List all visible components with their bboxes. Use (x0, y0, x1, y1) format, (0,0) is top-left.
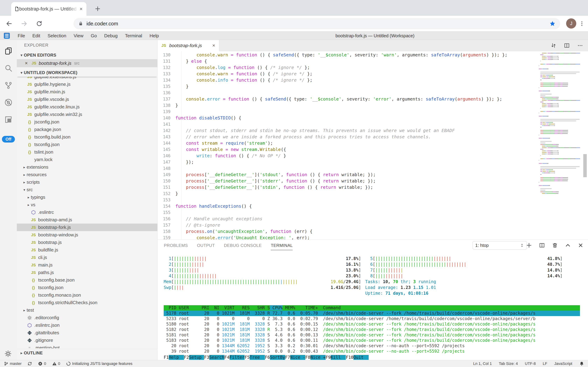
editor-tab[interactable]: JS bootstrap-fork.js × (157, 40, 219, 51)
process-row-5181[interactable]: 5181 root 20 0 1021M 181M 3328 S 4.6 0.6… (164, 332, 580, 338)
tree-item-.eslintrc.json[interactable]: .eslintrc.json (17, 321, 157, 329)
process-row-5183[interactable]: 5183 root 20 0 1021M 181M 3328 S 4.0 0.6… (164, 338, 580, 343)
close-icon[interactable]: × (25, 60, 28, 66)
menu-view[interactable]: View (70, 32, 87, 40)
menu-edit[interactable]: Edit (29, 32, 44, 40)
tree-item-bootstrap-window.js[interactable]: JSbootstrap-window.js (17, 231, 157, 239)
tree-item-package.json[interactable]: {}package.json (17, 126, 157, 133)
url-text[interactable]: ide.coder.com (86, 21, 549, 27)
status-ln-1-col-1[interactable]: Ln 1, Col 1 (473, 361, 492, 366)
activity-extensions[interactable] (0, 111, 17, 128)
htop-table-header[interactable]: PID USER PRI NI VIRT RES SHR S CPU% MEM%… (164, 305, 580, 311)
menu-file[interactable]: File (14, 32, 29, 40)
more-icon[interactable] (577, 42, 583, 49)
tree-item-tslint.json[interactable]: {}tslint.json (17, 148, 157, 156)
activity-debug-disabled[interactable] (0, 94, 17, 111)
tree-item-src[interactable]: ▾src (17, 186, 157, 193)
tree-item-buildfile.js[interactable]: JSbuildfile.js (17, 246, 157, 254)
tree-item-.mention-bot[interactable]: ≡.mention-bot (17, 344, 157, 348)
back-button[interactable] (5, 20, 13, 27)
process-row-5182[interactable]: 5182 root 20 0 1021M 181M 3328 R 5.3 0.6… (164, 327, 580, 332)
tree-item-jsconfig.json[interactable]: {}jsconfig.json (17, 118, 157, 126)
tree-item-scripts[interactable]: ▸scripts (17, 178, 157, 186)
tree-item-.editorconfig[interactable]: .editorconfig (17, 314, 157, 321)
split-icon[interactable] (564, 42, 570, 49)
process-row-20[interactable]: 20 root 20 0 1344M 62052 1952 S 3.3 0.2 … (164, 343, 580, 349)
status-0[interactable]: 0 (38, 361, 46, 366)
browser-tab[interactable]: bootstrap-fork.js — Untitled (W × (11, 2, 86, 16)
workspace-header[interactable]: ▾ UNTITLED (WORKSPACE) (17, 69, 157, 77)
process-row-5180[interactable]: 5180 root 20 0 1021M 181M 3328 S 7.3 0.6… (164, 321, 580, 327)
menu-terminal[interactable]: Terminal (121, 32, 146, 40)
tree-item-gulpfile.mixin.js[interactable]: JSgulpfile.mixin.js (17, 88, 157, 96)
status-sync-icon[interactable] (27, 361, 32, 366)
status-utf-8[interactable]: UTF-8 (525, 361, 536, 366)
tree-item-bootstrap-fork.js[interactable]: JSbootstrap-fork.js (17, 224, 157, 231)
process-row-5233[interactable]: 5233 root 20 0 0 0 0 Z 36.3 0.0 0:02.79 … (164, 316, 580, 321)
tree-item-extensions[interactable]: ▸extensions (17, 163, 157, 171)
editor-scrollbar[interactable] (583, 154, 587, 177)
tree-item-gulpfile.extensions.js[interactable]: JSgulpfile.extensions.js (17, 77, 157, 81)
tree-item-gulpfile.vscode.js[interactable]: JSgulpfile.vscode.js (17, 96, 157, 103)
tree-item-.gitattributes[interactable]: .gitattributes (17, 329, 157, 336)
tree-item-resources[interactable]: ▸resources (17, 171, 157, 178)
status-master[interactable]: master (4, 361, 22, 366)
tree-item-main.js[interactable]: JSmain.js (17, 261, 157, 269)
close-icon[interactable]: × (212, 43, 215, 48)
star-icon[interactable] (549, 20, 556, 27)
tree-item-gulpfile.vscode.win32.js[interactable]: JSgulpfile.vscode.win32.js (17, 111, 157, 118)
tree-item-bootstrap.js[interactable]: JSbootstrap.js (17, 239, 157, 246)
reload-button[interactable] (35, 20, 43, 27)
tree-item-vs[interactable]: ▸vs (17, 201, 157, 209)
tree-item-gulpfile.hygiene.js[interactable]: JSgulpfile.hygiene.js (17, 81, 157, 88)
menu-help[interactable]: Help (146, 32, 162, 40)
status-javascript[interactable]: JavaScript (554, 361, 572, 366)
outline-header[interactable]: ▸ OUTLINE (17, 349, 157, 357)
tree-item-yarn.lock[interactable]: yarn.lock (17, 156, 157, 163)
tree-item-tsconfig.base.json[interactable]: {}tsconfig.base.json (17, 276, 157, 284)
status-0[interactable]: 0 (52, 361, 60, 366)
tree-item-tsconfig.strictNullChecks.json[interactable]: {}tsconfig.strictNullChecks.json (17, 299, 157, 306)
tree-item-tsconfig.build.json[interactable]: {}tsconfig.build.json (17, 133, 157, 141)
new-tab-button[interactable] (93, 4, 103, 14)
activity-search[interactable] (0, 59, 17, 77)
browser-menu-button[interactable] (578, 20, 586, 27)
address-bar[interactable]: ide.coder.com (74, 18, 560, 29)
tree-item-label: vs (31, 202, 35, 208)
tree-item-tsconfig.json[interactable]: {}tsconfig.json (17, 284, 157, 291)
menu-debug[interactable]: Debug (100, 32, 121, 40)
status-bell-icon[interactable] (579, 361, 584, 366)
close-icon[interactable]: × (78, 6, 84, 12)
status-tab-size-4[interactable]: Tab Size: 4 (499, 361, 518, 366)
activity-explorer[interactable] (0, 42, 17, 59)
tree-item-typings[interactable]: ▸typings (17, 193, 157, 201)
tree-item-tsconfig.monaco.json[interactable]: {}tsconfig.monaco.json (17, 291, 157, 299)
status-lf[interactable]: LF (543, 361, 547, 366)
compare-icon[interactable] (551, 42, 556, 49)
code-editor[interactable]: 130console.warn = function () { safeSend… (157, 51, 539, 240)
minimap[interactable] (539, 51, 580, 240)
process-row-39[interactable]: 39 root 20 0 1344M 62052 1952 S 0.0 0.2 … (164, 349, 580, 354)
activity-source-control[interactable] (0, 77, 17, 94)
htop-function-bar[interactable]: F1Help F2Setup F3SearchF4FilterF5Tree F6… (164, 355, 369, 360)
open-editors-header[interactable]: ▾ OPEN EDITORS (17, 51, 157, 59)
forward-button[interactable] (20, 20, 28, 27)
tree-item-paths.js[interactable]: JSpaths.js (17, 269, 157, 276)
chevron-right-icon: ▸ (22, 180, 27, 184)
tree-item-.gitignore[interactable]: .gitignore (17, 336, 157, 344)
process-row-5178[interactable]: 5178 root 20 0 1021M 181M 3328 R 72.7 0.… (164, 311, 580, 316)
tree-item-bootstrap-amd.js[interactable]: JSbootstrap-amd.js (17, 216, 157, 224)
tree-item-cli.js[interactable]: JScli.js (17, 254, 157, 261)
menu-selection[interactable]: Selection (44, 32, 70, 40)
tree-item-test[interactable]: ▸test (17, 306, 157, 314)
avatar[interactable]: J (566, 18, 576, 29)
gear-icon[interactable] (5, 350, 12, 357)
status-initializing-js-ts-language-[interactable]: Initializing JS/TS language features (66, 361, 133, 366)
open-editor-item[interactable]: × JS bootstrap-fork.js src (17, 59, 157, 67)
tree-item-tsconfig.json[interactable]: {}tsconfig.json (17, 141, 157, 148)
tree-item-.eslintrc[interactable]: .eslintrc (17, 209, 157, 216)
menu-go[interactable]: Go (87, 32, 101, 40)
terminal[interactable]: 1[||||||||||||| 17.8%] 2[|||||||||||| 16… (157, 240, 588, 360)
status-badge[interactable]: Off (2, 136, 15, 142)
tree-item-gulpfile.vscode.linux.js[interactable]: JSgulpfile.vscode.linux.js (17, 103, 157, 111)
